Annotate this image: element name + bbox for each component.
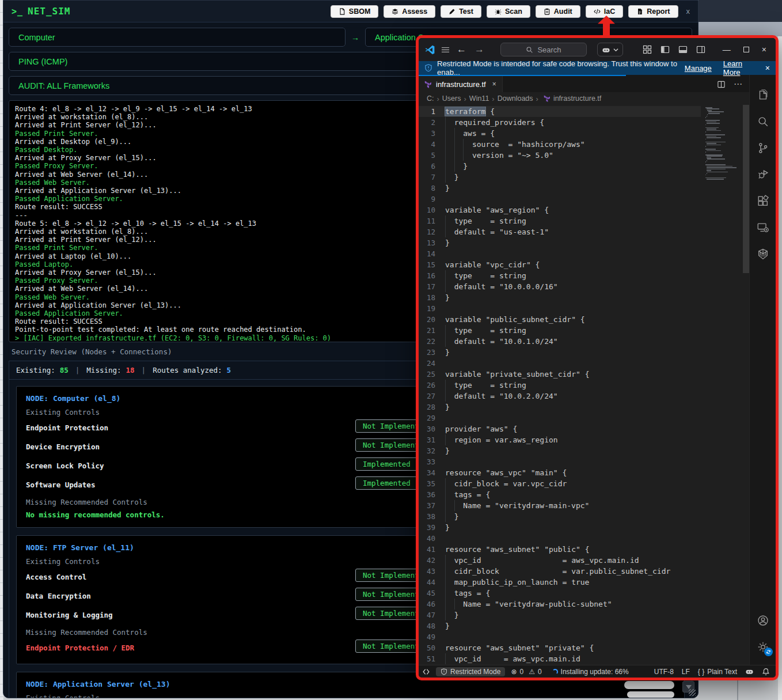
notifications-bell-icon[interactable] — [762, 668, 770, 676]
account-icon[interactable] — [750, 607, 776, 634]
line-number: 44 — [419, 577, 445, 588]
audit-button-label: Audit — [554, 7, 572, 16]
nav-back-button[interactable]: ← — [455, 44, 468, 55]
iac-button[interactable]: IaC — [586, 5, 623, 18]
minimap-line — [707, 173, 707, 174]
control-label: Software Updates — [26, 480, 95, 489]
code-line: 47 } — [419, 610, 701, 620]
audit-button[interactable]: Audit — [536, 5, 580, 18]
copilot-status-icon[interactable] — [745, 668, 754, 675]
banner-close-icon[interactable]: × — [765, 63, 770, 73]
sbom-button-label: SBOM — [349, 7, 371, 16]
code-line: 2 required_providers { — [419, 117, 701, 128]
test-button[interactable]: Test — [441, 5, 481, 18]
minimap-line — [707, 116, 707, 117]
sbom-button[interactable]: SBOM — [331, 5, 379, 18]
minimap-line — [707, 150, 721, 152]
split-editor-icon[interactable] — [717, 80, 726, 89]
banner-text: Restricted Mode is intended for safe cod… — [437, 59, 680, 77]
explorer-icon[interactable] — [750, 82, 776, 108]
minimap-line — [708, 111, 724, 112]
code-editor[interactable]: 1terraform {2 required_providers {3 aws … — [419, 105, 749, 665]
problems-status[interactable]: ⊗ 0 ⚠ 0 — [511, 668, 541, 676]
container-tools-icon[interactable] — [750, 241, 776, 267]
breadcrumb[interactable]: C:›Users›Win11›Downloads›infrastructure.… — [419, 92, 749, 105]
code-line: 42 vpc_id = aws_vpc.main.id — [419, 555, 701, 566]
indent-guide — [445, 226, 454, 237]
minimap-line — [705, 120, 720, 121]
remote-explorer-icon[interactable] — [750, 214, 776, 241]
code-line: 22 default = "10.0.1.0/24" — [419, 336, 701, 347]
indent-guide — [445, 270, 454, 281]
tab-infrastructure-tf[interactable]: infrastructure.tf × — [419, 76, 503, 92]
toggle-panel-icon[interactable] — [678, 45, 688, 54]
breadcrumb-item[interactable]: Users — [442, 94, 461, 103]
code-line: 19 — [419, 303, 701, 314]
line-number: 42 — [419, 555, 445, 566]
run-debug-icon[interactable] — [750, 161, 776, 188]
editor-scrollbar[interactable] — [743, 105, 749, 273]
manage-link[interactable]: Manage — [685, 64, 712, 73]
tab-close-icon[interactable]: × — [492, 80, 496, 88]
code-line: 16 type = string — [419, 270, 701, 281]
eol-status[interactable]: LF — [682, 668, 690, 676]
report-button[interactable]: Report — [628, 5, 678, 18]
search-box[interactable]: Search — [500, 43, 587, 56]
window-close-button[interactable]: × — [762, 45, 766, 54]
line-number: 41 — [419, 544, 445, 555]
vscode-window: ← → Search — [416, 35, 779, 680]
breadcrumb-item[interactable]: C: — [427, 94, 434, 103]
minimap-line — [705, 152, 706, 153]
breadcrumb-item[interactable]: Win11 — [469, 94, 489, 103]
breadcrumb-item[interactable]: Downloads — [498, 94, 533, 103]
toggle-primary-sidebar-icon[interactable] — [660, 45, 670, 54]
terminal-prompt-icon: >_ — [12, 6, 23, 17]
source-node-select[interactable]: Computer — [9, 28, 346, 47]
code-line: 37 Name = "veritydraw-main-vpc" — [419, 500, 701, 511]
assess-button[interactable]: Assess — [384, 5, 435, 18]
window-minimize-button[interactable]: — — [723, 45, 731, 54]
language-mode-status[interactable]: { } Plain Text — [698, 668, 737, 676]
vscode-titlebar[interactable]: ← → Search — [419, 38, 776, 61]
indent-guide — [454, 161, 464, 172]
menu-hamburger-icon[interactable] — [441, 46, 450, 54]
line-number: 40 — [419, 533, 445, 544]
netsim-close-button[interactable]: x — [684, 7, 693, 16]
encoding-status[interactable]: UTF-8 — [654, 668, 674, 676]
copilot-menu-button[interactable] — [597, 43, 623, 56]
settings-gear-icon[interactable] — [750, 634, 776, 660]
scan-button[interactable]: Scan — [487, 5, 530, 18]
extensions-icon[interactable] — [750, 188, 776, 214]
indent-guide — [445, 336, 454, 347]
window-resize-grip[interactable] — [689, 689, 696, 696]
update-progress-status[interactable]: Installing update: 66% — [552, 668, 629, 676]
app-title: NET_SIM — [28, 6, 70, 17]
code-text: required_providers { — [445, 117, 544, 128]
minimap-line — [705, 146, 706, 147]
editor-more-actions-icon[interactable]: ⋯ — [734, 79, 742, 89]
code-line: 34resource "aws_vpc" "main" { — [419, 467, 701, 478]
toggle-secondary-sidebar-icon[interactable] — [696, 45, 705, 54]
source-control-icon[interactable] — [750, 135, 776, 161]
restricted-mode-status[interactable]: Restricted Mode — [436, 667, 505, 676]
indent-guide — [445, 150, 454, 161]
indent-guide — [445, 391, 454, 402]
minimap-line — [705, 127, 719, 128]
minimap[interactable] — [705, 107, 741, 180]
customize-layout-icon[interactable] — [643, 45, 652, 54]
line-number: 12 — [419, 226, 445, 237]
window-maximize-button[interactable] — [743, 45, 749, 54]
search-sidebar-icon[interactable] — [750, 108, 776, 135]
indent-guide — [454, 128, 464, 139]
test-button-label: Test — [459, 7, 473, 16]
minimap-line — [707, 128, 717, 130]
nav-forward-button[interactable]: → — [473, 44, 485, 55]
indent-guide — [454, 139, 464, 150]
breadcrumb-item[interactable]: infrastructure.tf — [553, 94, 601, 103]
code-line: 32} — [419, 445, 701, 456]
remote-indicator-icon[interactable] — [422, 668, 430, 676]
code-text: } — [445, 347, 450, 358]
copilot-icon — [602, 46, 610, 54]
learn-more-link[interactable]: Learn More — [723, 59, 754, 77]
activity-bar — [749, 75, 776, 665]
